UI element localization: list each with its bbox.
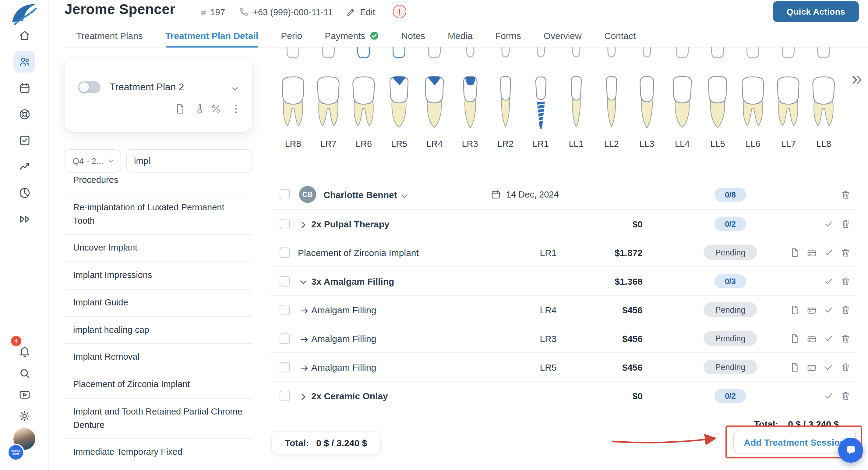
procedure-search-input[interactable] — [126, 149, 252, 173]
tab-treatment-plans[interactable]: Treatment Plans — [76, 24, 143, 47]
complete-check-icon[interactable] — [824, 276, 834, 286]
complete-check-icon[interactable] — [824, 304, 834, 315]
complete-check-icon[interactable] — [824, 333, 834, 344]
tab-overview[interactable]: Overview — [544, 24, 582, 47]
row-checkbox[interactable] — [280, 362, 290, 373]
procedure-item[interactable]: Implant and Tooth Retained Partial Chrom… — [65, 399, 252, 439]
edit-button[interactable]: Edit — [346, 5, 375, 19]
procedure-item[interactable]: Re-implantation of Luxated Permanent Too… — [65, 195, 252, 235]
row-status-pill: Pending — [704, 331, 757, 346]
trends-icon[interactable] — [13, 155, 35, 177]
quick-actions-button[interactable]: Quick Actions — [773, 1, 859, 22]
session-trash-icon[interactable] — [841, 189, 851, 200]
tab-media[interactable]: Media — [448, 24, 473, 47]
tooth-ll2[interactable]: LL2 — [594, 47, 629, 160]
add-treatment-session-button[interactable]: Add Treatment Session — [733, 430, 856, 454]
expand-chevron-icon[interactable] — [298, 277, 309, 288]
invoice-document-icon[interactable] — [789, 304, 800, 315]
app-logo[interactable] — [8, 1, 39, 27]
search-icon[interactable] — [13, 362, 35, 384]
reports-pie-icon[interactable] — [13, 182, 35, 204]
trash-icon[interactable] — [841, 218, 851, 229]
tooth-ll3[interactable]: LL3 — [629, 47, 664, 160]
trash-icon[interactable] — [841, 390, 851, 401]
session-checkbox[interactable] — [280, 189, 290, 199]
procedure-item[interactable]: implant healing cap — [65, 317, 252, 344]
complete-check-icon[interactable] — [824, 390, 834, 401]
fast-forward-icon[interactable] — [13, 208, 35, 230]
row-checkbox[interactable] — [280, 219, 290, 229]
payment-icon[interactable] — [806, 333, 817, 344]
invoice-document-icon[interactable] — [789, 362, 800, 372]
tooth-ll5[interactable]: LL5 — [700, 47, 735, 160]
tooth-ll4[interactable]: LL4 — [664, 47, 700, 160]
plan-thermometer-icon[interactable] — [194, 103, 205, 115]
trash-icon[interactable] — [841, 247, 851, 258]
trash-icon[interactable] — [841, 276, 851, 286]
plan-percent-icon[interactable] — [210, 103, 222, 115]
row-checkbox[interactable] — [280, 247, 290, 258]
support-icon[interactable] — [13, 103, 35, 125]
complete-check-icon[interactable] — [824, 362, 834, 372]
row-checkbox[interactable] — [280, 305, 290, 315]
row-checkbox[interactable] — [280, 391, 290, 401]
tooth-lr8[interactable]: LR8 — [275, 47, 311, 160]
plan-more-menu-icon[interactable] — [230, 103, 242, 115]
tooth-lr5[interactable]: LR5 — [382, 47, 417, 160]
procedure-item[interactable]: Implant Guide — [65, 290, 252, 317]
trash-icon[interactable] — [841, 362, 851, 372]
calendar-icon[interactable] — [13, 77, 35, 99]
occlusal-view-icon — [390, 47, 408, 60]
tab-notes[interactable]: Notes — [401, 24, 425, 47]
tooth-lr6[interactable]: LR6 — [346, 47, 381, 160]
tooth-ll7[interactable]: LL7 — [771, 47, 806, 160]
chart-expand-icon[interactable] — [850, 73, 864, 87]
tooth-ll6[interactable]: LL6 — [735, 47, 771, 160]
tooth-illustration — [277, 75, 309, 130]
tooth-lr2[interactable]: LR2 — [488, 47, 523, 160]
tooth-ll1[interactable]: LL1 — [559, 47, 594, 160]
plan-document-icon[interactable] — [174, 103, 186, 115]
tab-forms[interactable]: Forms — [495, 24, 521, 47]
tooth-lr7[interactable]: LR7 — [311, 47, 346, 160]
tab-treatment-plan-detail[interactable]: Treatment Plan Detail — [165, 24, 258, 47]
payment-icon[interactable] — [806, 362, 817, 372]
row-checkbox[interactable] — [280, 333, 290, 344]
invoice-document-icon[interactable] — [789, 333, 800, 344]
expand-chevron-icon[interactable] — [298, 391, 309, 402]
tooth-ll8[interactable]: LL8 — [806, 47, 841, 160]
complete-check-icon[interactable] — [824, 247, 834, 258]
alert-icon[interactable]: ! — [393, 5, 406, 18]
tooth-lr4[interactable]: LR4 — [417, 47, 452, 160]
video-tutorials-icon[interactable] — [13, 383, 35, 405]
tab-perio[interactable]: Perio — [281, 24, 302, 47]
patients-icon[interactable] — [13, 51, 35, 72]
tasks-icon[interactable] — [13, 129, 35, 151]
procedure-item[interactable]: Implant Impressions — [65, 262, 252, 290]
tooth-lr3[interactable]: LR3 — [452, 47, 488, 160]
settings-gear-icon[interactable] — [13, 405, 35, 427]
home-icon[interactable] — [13, 24, 35, 46]
payment-icon[interactable] — [806, 247, 817, 258]
session-chevron-down-icon[interactable] — [399, 191, 410, 202]
complete-check-icon[interactable] — [824, 218, 834, 229]
procedure-item[interactable]: Placement of Zirconia Implant — [65, 371, 252, 399]
trash-icon[interactable] — [841, 333, 851, 344]
procedure-item[interactable]: Procedures — [65, 176, 252, 195]
tab-contact[interactable]: Contact — [604, 24, 636, 47]
expand-chevron-icon[interactable] — [298, 219, 309, 230]
invoice-document-icon[interactable] — [789, 247, 800, 258]
plan-chevron-down-icon[interactable] — [230, 84, 240, 94]
chat-widget-button[interactable] — [838, 438, 863, 463]
plan-toggle[interactable] — [78, 81, 100, 93]
payment-icon[interactable] — [806, 304, 817, 315]
tab-payments[interactable]: Payments — [325, 24, 378, 47]
procedure-item[interactable]: Immediate Temporary Fixed — [65, 439, 252, 467]
row-checkbox[interactable] — [280, 276, 290, 287]
tooth-lr1[interactable]: LR1 — [523, 47, 558, 160]
procedure-item[interactable]: Implant Removal — [65, 344, 252, 372]
trash-icon[interactable] — [841, 304, 851, 315]
procedure-item[interactable]: Uncover Implant — [65, 235, 252, 262]
brand-badge[interactable]: SIMPLE DENT — [7, 444, 24, 461]
quarter-select[interactable]: Q4 - 2... — [65, 149, 121, 173]
